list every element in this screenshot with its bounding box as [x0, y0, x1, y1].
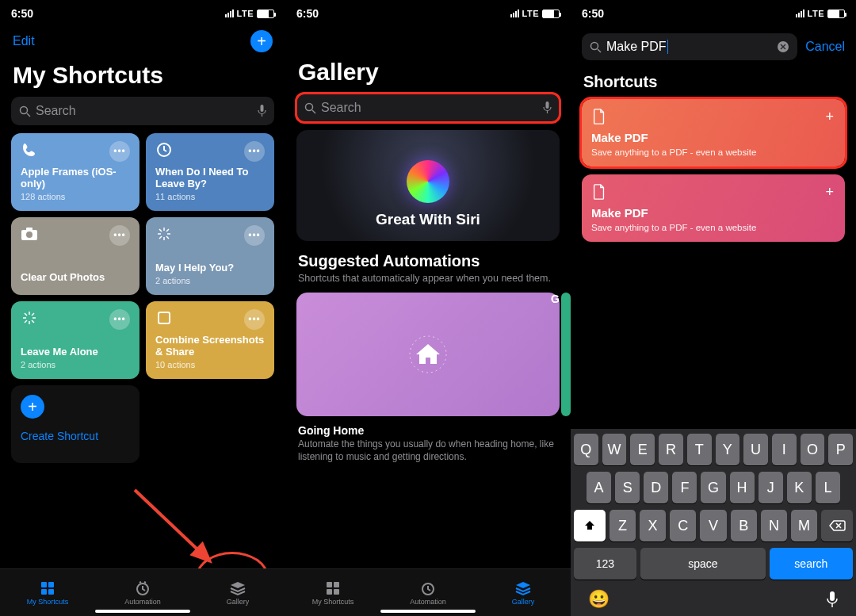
key-i[interactable]: I	[772, 434, 797, 465]
key-p[interactable]: P	[828, 434, 853, 465]
shortcut-tile[interactable]: ••• Combine Screenshots & Share10 action…	[146, 301, 274, 379]
signal-icon	[796, 10, 804, 17]
key-shift[interactable]	[574, 510, 606, 541]
tile-menu-icon[interactable]: •••	[109, 309, 130, 330]
key-o[interactable]: O	[801, 434, 825, 465]
search-bar[interactable]: Make PDF	[582, 33, 797, 60]
key-z[interactable]: Z	[610, 510, 636, 541]
battery-icon	[257, 10, 274, 18]
key-c[interactable]: C	[670, 510, 696, 541]
shortcut-tile[interactable]: ••• When Do I Need To Leave By?11 action…	[146, 133, 274, 211]
svg-line-23	[25, 320, 27, 323]
search-result[interactable]: + Make PDF Save anything to a PDF - even…	[582, 99, 845, 166]
key-k[interactable]: K	[787, 472, 812, 503]
tile-name: Clear Out Photos	[21, 271, 130, 284]
pane-search-results: 6:50 LTE Make PDF Cancel Shortcuts + Mak…	[571, 0, 856, 616]
key-s[interactable]: S	[615, 472, 640, 503]
key-numbers[interactable]: 123	[574, 548, 636, 580]
cancel-button[interactable]: Cancel	[805, 40, 845, 54]
create-shortcut-tile[interactable]: + Create Shortcut	[11, 385, 139, 463]
add-shortcut-icon[interactable]: +	[825, 184, 834, 201]
key-l[interactable]: L	[816, 472, 840, 503]
tile-menu-icon[interactable]: •••	[109, 141, 130, 162]
tile-sub: 11 actions	[155, 192, 265, 201]
key-t[interactable]: T	[687, 434, 712, 465]
svg-point-31	[306, 103, 313, 110]
svg-point-0	[21, 106, 28, 113]
key-w[interactable]: W	[602, 434, 627, 465]
tab-gallery[interactable]: Gallery	[190, 569, 285, 616]
emoji-button[interactable]: 😀	[588, 589, 610, 610]
key-m[interactable]: M	[791, 510, 817, 541]
svg-rect-33	[546, 101, 549, 109]
key-h[interactable]: H	[730, 472, 755, 503]
key-row: Z X C V B N M	[574, 510, 853, 541]
key-g[interactable]: G	[701, 472, 725, 503]
dictation-button[interactable]	[826, 591, 839, 608]
key-q[interactable]: Q	[574, 434, 598, 465]
edit-button[interactable]: Edit	[13, 34, 35, 48]
shortcut-tile[interactable]: ••• Apple Frames (iOS-only)128 actions	[11, 133, 139, 211]
key-j[interactable]: J	[759, 472, 783, 503]
svg-rect-36	[327, 582, 332, 587]
key-u[interactable]: U	[743, 434, 768, 465]
key-e[interactable]: E	[630, 434, 655, 465]
key-delete[interactable]	[821, 510, 853, 541]
layers-icon	[229, 580, 246, 596]
shortcut-tile[interactable]: ••• Leave Me Alone2 actions	[11, 301, 139, 379]
tab-label: Automation	[124, 598, 161, 606]
tab-gallery[interactable]: Gallery	[476, 569, 571, 616]
key-x[interactable]: X	[640, 510, 666, 541]
key-y[interactable]: Y	[716, 434, 740, 465]
key-d[interactable]: D	[644, 472, 668, 503]
mic-icon[interactable]	[258, 105, 266, 117]
key-v[interactable]: V	[700, 510, 726, 541]
search-input[interactable]	[321, 101, 538, 115]
tab-bar: My Shortcuts Automation Gallery	[0, 568, 285, 616]
tab-my-shortcuts[interactable]: My Shortcuts	[0, 569, 95, 616]
add-shortcut-icon[interactable]: +	[825, 109, 834, 125]
tile-menu-icon[interactable]: •••	[109, 225, 130, 246]
tile-sub: 128 actions	[21, 192, 130, 201]
add-shortcut-button[interactable]: +	[250, 30, 273, 52]
card-title: Going Home	[285, 423, 571, 438]
network-label: LTE	[237, 9, 254, 18]
search-input[interactable]: Make PDF	[606, 40, 668, 54]
tab-my-shortcuts[interactable]: My Shortcuts	[285, 569, 380, 616]
key-search[interactable]: search	[770, 548, 853, 580]
tile-menu-icon[interactable]: •••	[244, 225, 265, 246]
clear-icon[interactable]	[777, 40, 789, 53]
result-title: Make PDF	[591, 206, 835, 220]
hero-great-with-siri[interactable]: Great With Siri	[296, 130, 560, 241]
search-result[interactable]: + Make PDF Save anything to a PDF - even…	[582, 174, 845, 242]
square-icon	[155, 309, 173, 327]
mic-icon[interactable]	[543, 101, 552, 114]
search-icon	[19, 105, 31, 117]
shortcut-tile[interactable]: ••• Clear Out Photos	[11, 217, 139, 295]
svg-line-13	[166, 236, 169, 239]
search-bar[interactable]	[296, 94, 560, 122]
home-indicator[interactable]	[95, 610, 190, 613]
key-a[interactable]: A	[587, 472, 611, 503]
spark-icon	[155, 225, 173, 243]
hero-title: Great With Siri	[376, 211, 480, 228]
key-space[interactable]: space	[640, 548, 766, 580]
tile-menu-icon[interactable]: •••	[244, 141, 265, 162]
keyboard-bottom-row: 😀	[574, 586, 853, 610]
pane-gallery: 6:50 LTE Gallery Great With Siri Suggest…	[285, 0, 571, 616]
shortcut-tile[interactable]: ••• May I Help You?2 actions	[146, 217, 274, 295]
status-time: 6:50	[582, 7, 604, 20]
key-b[interactable]: B	[731, 510, 757, 541]
home-indicator[interactable]	[380, 610, 476, 613]
svg-point-7	[26, 231, 32, 238]
key-r[interactable]: R	[659, 434, 683, 465]
key-n[interactable]: N	[761, 510, 787, 541]
status-bar: 6:50 LTE	[571, 0, 856, 27]
automation-card-going-home[interactable]	[296, 293, 560, 416]
document-icon	[591, 184, 607, 200]
clock-icon	[420, 580, 436, 596]
search-bar[interactable]	[11, 97, 274, 125]
tile-menu-icon[interactable]: •••	[244, 309, 265, 330]
search-input[interactable]	[36, 104, 253, 118]
key-f[interactable]: F	[672, 472, 697, 503]
